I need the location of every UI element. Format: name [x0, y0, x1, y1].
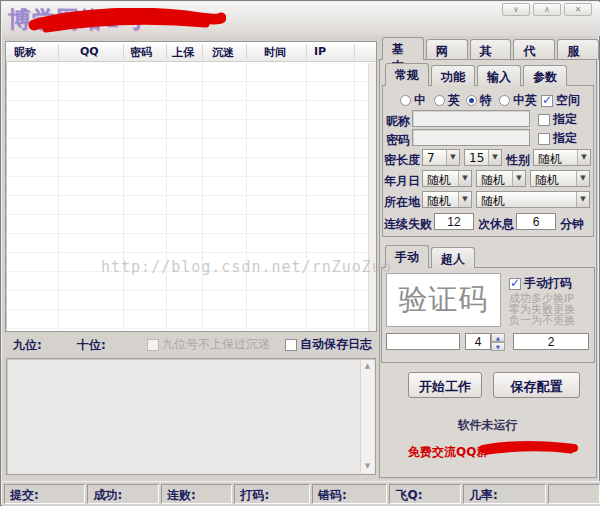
location-label: 所在地 [384, 194, 420, 211]
column-header-addiction[interactable]: 沉迷 [212, 45, 234, 60]
app-window: 博学网络1号 ∨ ∧ ✕ 昵称 QQ 密码 上保 沉迷 时间 IP http: [0, 0, 600, 506]
ip-change-stepper: ▲ ▼ [491, 333, 505, 352]
manual-code-checkbox[interactable]: 手动打码 [509, 275, 572, 292]
captcha-image-box[interactable]: 验证码 [386, 273, 501, 327]
qq-group-link[interactable]: 免费交流QQ群 [408, 444, 488, 461]
ip-change-count-input[interactable] [465, 333, 491, 350]
tab-basic[interactable]: 基本 [382, 37, 424, 60]
column-header-password[interactable]: 密码 [130, 45, 152, 60]
autosave-label: 自动保存日志 [300, 336, 372, 353]
passlen-min-value: 7 [423, 150, 446, 165]
tab-network[interactable]: 网络 [426, 39, 468, 60]
table-body-empty[interactable] [6, 63, 368, 331]
tab-service[interactable]: 服务 [557, 39, 599, 60]
run-state-text: 软件未运行 [378, 417, 597, 434]
log-scrollbar[interactable]: ▲ ▼ [360, 360, 374, 473]
title-redaction-scribble [26, 8, 226, 34]
log-output-box[interactable]: ▲ ▼ [6, 358, 376, 475]
save-config-button[interactable]: 保存配置 [493, 372, 580, 398]
radio-english[interactable]: 英 [434, 92, 460, 109]
stepper-up-icon[interactable]: ▲ [491, 333, 505, 342]
main-tab-strip: 基本 网络 其它 代理 服务 [382, 39, 599, 60]
change-value-input[interactable] [513, 333, 589, 350]
nickname-specify-checkbox[interactable]: 指定 [538, 111, 577, 128]
start-work-button[interactable]: 开始工作 [408, 372, 482, 398]
captcha-answer-input[interactable] [386, 333, 460, 350]
status-losses: 连败: [161, 484, 233, 504]
sub-tab-strip: 常规 功能 输入 参数 [385, 65, 567, 86]
rest-minutes-input[interactable] [516, 213, 556, 230]
qzone-label: 空间 [556, 92, 580, 109]
close-button[interactable]: ✕ [564, 3, 592, 16]
radio-chinese[interactable]: 中 [400, 92, 426, 109]
status-flyq: 飞Q: [389, 484, 461, 504]
radio-icon [499, 95, 510, 106]
tab-proxy[interactable]: 代理 [513, 39, 555, 60]
chevron-down-icon: ▼ [512, 171, 525, 186]
table-scrollbar[interactable] [368, 63, 376, 331]
maximize-button[interactable]: ∧ [533, 3, 561, 16]
radio-special-label: 特 [480, 92, 492, 109]
province-dropdown[interactable]: 随机 ▼ [422, 191, 472, 208]
month-dropdown[interactable]: 随机 ▼ [476, 170, 526, 187]
status-rate: 几率: [463, 484, 546, 504]
nickname-input[interactable] [412, 110, 530, 127]
tab-general[interactable]: 常规 [385, 63, 429, 86]
status-empty [548, 484, 600, 504]
radio-selected-icon [466, 95, 477, 106]
password-specify-checkbox[interactable]: 指定 [538, 130, 577, 147]
tab-input[interactable]: 输入 [477, 65, 521, 86]
radio-icon [400, 95, 411, 106]
window-controls: ∨ ∧ ✕ [502, 3, 592, 16]
passlen-max-value: 15 [465, 150, 488, 165]
captcha-tab-strip: 手动 超人 [385, 247, 475, 268]
ten-digit-label: 十位: [77, 337, 106, 354]
minimize-button[interactable]: ∨ [502, 3, 530, 16]
status-success: 成功: [87, 484, 159, 504]
column-header-time[interactable]: 时间 [264, 45, 286, 60]
day-dropdown[interactable]: 随机 ▼ [530, 170, 590, 187]
gender-dropdown[interactable]: 随机 ▼ [533, 149, 591, 166]
column-header-ip[interactable]: IP [314, 45, 326, 58]
tab-other[interactable]: 其它 [470, 39, 512, 60]
scroll-up-icon[interactable]: ▲ [361, 360, 374, 373]
scroll-down-icon[interactable]: ▼ [361, 460, 374, 473]
gender-label: 性别 [506, 152, 530, 169]
qq-group-redaction-scribble [479, 441, 579, 457]
autosave-log-checkbox[interactable]: 自动保存日志 [285, 336, 372, 353]
day-value: 随机 [531, 171, 576, 186]
chevron-down-icon: ▼ [577, 150, 590, 165]
manual-code-label: 手动打码 [524, 275, 572, 292]
status-bar: 提交: 成功: 连败: 打码: 错码: 飞Q: 几率: [2, 481, 600, 506]
stepper-down-icon[interactable]: ▼ [491, 342, 505, 351]
qzone-checkbox[interactable]: 空间 [541, 92, 580, 109]
column-header-protect[interactable]: 上保 [172, 45, 194, 60]
chevron-down-icon: ▼ [458, 171, 471, 186]
passlen-max-dropdown[interactable]: 15 ▼ [464, 149, 502, 166]
tab-function[interactable]: 功能 [431, 65, 475, 86]
radio-cn-en[interactable]: 中英 [499, 92, 537, 109]
account-table[interactable]: 昵称 QQ 密码 上保 沉迷 时间 IP [5, 41, 377, 332]
radio-icon [434, 95, 445, 106]
city-dropdown[interactable]: 随机 ▼ [476, 191, 590, 208]
tab-manual[interactable]: 手动 [385, 245, 429, 268]
no-sink-checkbox[interactable]: 九位号不上保过沉迷 [147, 336, 270, 353]
year-value: 随机 [423, 171, 458, 186]
no-sink-label: 九位号不上保过沉迷 [162, 336, 270, 353]
fail-count-input[interactable] [434, 213, 474, 230]
column-header-nickname[interactable]: 昵称 [14, 45, 36, 60]
chevron-down-icon: ▼ [446, 150, 459, 165]
tab-params[interactable]: 参数 [523, 65, 567, 86]
checkbox-box-icon [285, 339, 297, 351]
tab-superman[interactable]: 超人 [431, 247, 475, 268]
radio-special[interactable]: 特 [466, 92, 492, 109]
passlen-min-dropdown[interactable]: 7 ▼ [422, 149, 460, 166]
status-submit: 提交: [4, 484, 85, 504]
column-header-qq[interactable]: QQ [80, 45, 99, 58]
radio-chinese-label: 中 [414, 92, 426, 109]
specify-label: 指定 [553, 111, 577, 128]
password-input[interactable] [412, 129, 530, 146]
city-value: 随机 [477, 192, 576, 207]
radio-english-label: 英 [448, 92, 460, 109]
year-dropdown[interactable]: 随机 ▼ [422, 170, 472, 187]
